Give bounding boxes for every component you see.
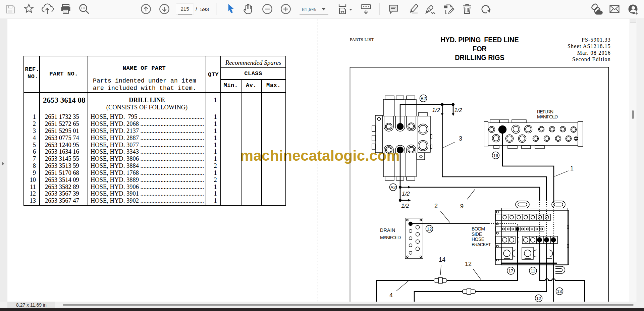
svg-text:593: 593 xyxy=(200,6,209,12)
svg-text:215: 215 xyxy=(180,6,189,12)
svg-text:/: / xyxy=(196,6,197,12)
svg-text:81,9%: 81,9% xyxy=(302,6,316,12)
